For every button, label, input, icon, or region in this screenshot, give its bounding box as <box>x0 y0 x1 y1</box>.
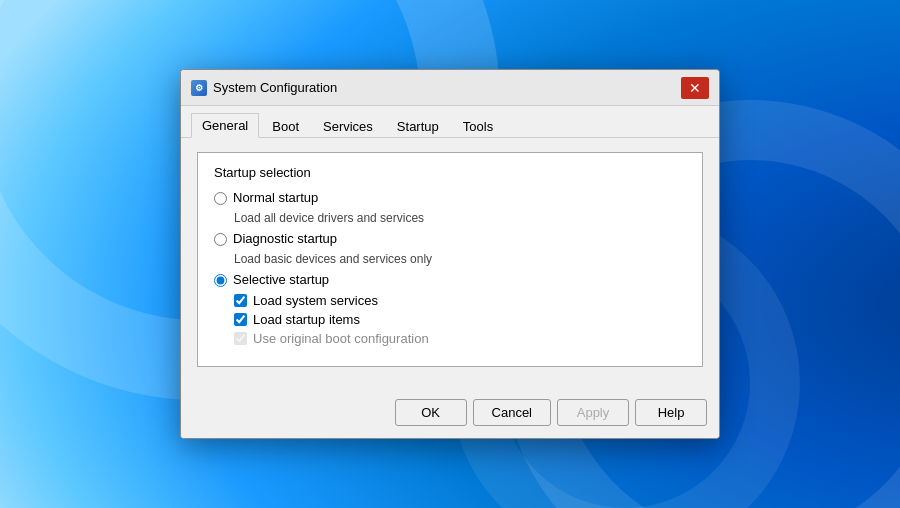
dialog-overlay: ⚙ System Configuration ✕ General Boot Se… <box>0 0 900 508</box>
load-system-services-label: Load system services <box>253 293 378 308</box>
load-startup-items-checkbox[interactable] <box>234 313 247 326</box>
system-configuration-dialog: ⚙ System Configuration ✕ General Boot Se… <box>180 69 720 439</box>
tab-boot[interactable]: Boot <box>261 113 310 138</box>
normal-startup-description: Load all device drivers and services <box>234 211 686 225</box>
selective-startup-option: Selective startup <box>214 272 686 287</box>
cancel-button[interactable]: Cancel <box>473 399 551 426</box>
use-original-boot-checkbox[interactable] <box>234 332 247 345</box>
close-button[interactable]: ✕ <box>681 77 709 99</box>
diagnostic-startup-label: Diagnostic startup <box>233 231 337 246</box>
selective-startup-label: Selective startup <box>233 272 329 287</box>
dialog-footer: OK Cancel Apply Help <box>181 391 719 438</box>
load-system-services-checkbox[interactable] <box>234 294 247 307</box>
dialog-title: System Configuration <box>213 80 337 95</box>
load-startup-items-item: Load startup items <box>234 312 686 327</box>
tab-services[interactable]: Services <box>312 113 384 138</box>
startup-selection-box: Startup selection Normal startup Load al… <box>197 152 703 367</box>
load-system-services-item: Load system services <box>234 293 686 308</box>
use-original-boot-label: Use original boot configuration <box>253 331 429 346</box>
tab-general[interactable]: General <box>191 113 259 138</box>
dialog-content: Startup selection Normal startup Load al… <box>181 138 719 391</box>
tab-startup[interactable]: Startup <box>386 113 450 138</box>
normal-startup-radio[interactable] <box>214 192 227 205</box>
apply-button[interactable]: Apply <box>557 399 629 426</box>
diagnostic-startup-option: Diagnostic startup <box>214 231 686 246</box>
title-bar-left: ⚙ System Configuration <box>191 80 337 96</box>
selective-startup-radio[interactable] <box>214 274 227 287</box>
title-bar: ⚙ System Configuration ✕ <box>181 70 719 106</box>
tabs-bar: General Boot Services Startup Tools <box>181 106 719 138</box>
help-button[interactable]: Help <box>635 399 707 426</box>
normal-startup-option: Normal startup <box>214 190 686 205</box>
load-startup-items-label: Load startup items <box>253 312 360 327</box>
normal-startup-label: Normal startup <box>233 190 318 205</box>
tab-tools[interactable]: Tools <box>452 113 504 138</box>
diagnostic-startup-radio[interactable] <box>214 233 227 246</box>
diagnostic-startup-description: Load basic devices and services only <box>234 252 686 266</box>
section-label: Startup selection <box>214 165 686 180</box>
ok-button[interactable]: OK <box>395 399 467 426</box>
use-original-boot-item: Use original boot configuration <box>234 331 686 346</box>
selective-startup-options: Load system services Load startup items … <box>234 293 686 346</box>
app-icon: ⚙ <box>191 80 207 96</box>
